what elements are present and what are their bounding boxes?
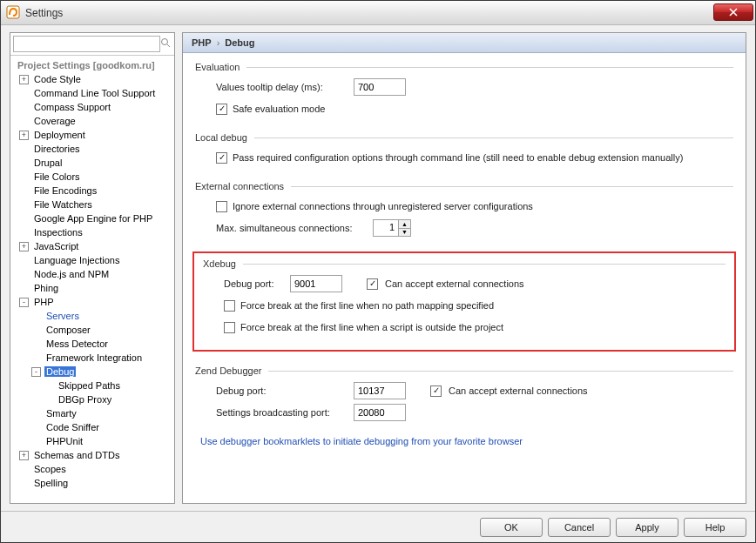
xdebug-break2-label: Force break at the first line when a scr…: [240, 322, 503, 332]
tree-item[interactable]: Google App Engine for PHP: [14, 211, 174, 225]
tree-item[interactable]: Composer: [14, 323, 174, 337]
xdebug-break2-checkbox[interactable]: [224, 322, 235, 333]
tree-item-label: Servers: [44, 311, 81, 321]
tree-header: Project Settings [goodkom.ru]: [14, 58, 174, 72]
section-local-debug: Local debug Pass required configuration …: [195, 132, 733, 167]
search-wrap: [10, 33, 174, 56]
xdebug-accept-label: Can accept external connections: [385, 278, 524, 289]
tree-item[interactable]: Scopes: [14, 462, 174, 476]
tree-item-label: Code Style: [32, 74, 83, 84]
pass-config-checkbox[interactable]: [216, 152, 227, 164]
spinner-down-icon[interactable]: ▼: [399, 229, 410, 237]
tree-item[interactable]: DBGp Proxy: [14, 392, 174, 406]
titlebar: Settings: [1, 1, 755, 25]
breadcrumb-sep-icon: ›: [217, 37, 220, 48]
tree-item-label: Node.js and NPM: [32, 269, 111, 279]
settings-window: Settings Project Settings [goodkom.ru] +…: [0, 0, 756, 543]
collapse-icon[interactable]: -: [19, 298, 29, 307]
tree-item-label: Framework Integration: [44, 352, 144, 363]
zend-broadcast-input[interactable]: [354, 404, 406, 421]
tree-item-label: Phing: [32, 283, 60, 293]
tree-spacer: [19, 214, 29, 224]
xdebug-accept-checkbox[interactable]: [367, 278, 378, 290]
dialog-footer: OK Cancel Apply Help: [1, 511, 755, 542]
tree-spacer: [44, 395, 53, 405]
ignore-ext-checkbox[interactable]: [216, 201, 227, 212]
tree-item-label: Smarty: [44, 408, 78, 419]
tree-item-label: PHP: [32, 297, 56, 307]
expand-icon[interactable]: +: [19, 451, 29, 460]
zend-accept-label: Can accept external connections: [449, 385, 588, 396]
tree-spacer: [31, 353, 41, 363]
tree-item-label: File Colors: [32, 171, 82, 182]
tree-item[interactable]: Spelling: [14, 476, 174, 490]
tree-item[interactable]: Compass Support: [14, 100, 174, 114]
tree-item[interactable]: Coverage: [14, 114, 174, 128]
bookmarklets-link[interactable]: Use debugger bookmarklets to initiate de…: [200, 436, 733, 446]
help-button[interactable]: Help: [684, 518, 746, 537]
max-conn-spinner[interactable]: 1 ▲ ▼: [373, 219, 411, 237]
section-evaluation: Evaluation Values tooltip delay (ms): Sa…: [195, 62, 733, 118]
tree-spacer: [19, 465, 29, 474]
breadcrumb-root[interactable]: PHP: [192, 37, 212, 48]
tree-item[interactable]: Phing: [14, 281, 174, 295]
tree-item[interactable]: +Code Style: [14, 72, 174, 86]
search-input[interactable]: [13, 36, 160, 52]
tree-item[interactable]: PHPUnit: [14, 434, 174, 448]
tree-item[interactable]: Command Line Tool Support: [14, 86, 174, 100]
section-title: Zend Debugger: [195, 365, 733, 376]
tree-item-label: Drupal: [32, 158, 64, 168]
breadcrumb-leaf: Debug: [225, 37, 254, 48]
tree-item[interactable]: File Encodings: [14, 184, 174, 198]
close-icon: [729, 8, 738, 17]
expand-icon[interactable]: +: [19, 242, 29, 251]
close-button[interactable]: [713, 3, 753, 21]
tree-spacer: [19, 270, 29, 279]
tree-item[interactable]: Skipped Paths: [14, 379, 174, 392]
tree-item[interactable]: File Colors: [14, 170, 174, 184]
tooltip-delay-input[interactable]: [354, 78, 406, 96]
zend-port-input[interactable]: [354, 382, 406, 399]
tree-item[interactable]: Language Injections: [14, 253, 174, 267]
tree-spacer: [19, 479, 29, 488]
cancel-button[interactable]: Cancel: [548, 518, 611, 537]
expand-icon[interactable]: +: [19, 75, 29, 84]
xdebug-port-input[interactable]: [290, 275, 342, 292]
tree-item-label: Spelling: [32, 478, 70, 488]
tree-item[interactable]: Drupal: [14, 156, 174, 170]
tree-spacer: [19, 256, 29, 265]
tree-item-label: Language Injections: [32, 255, 121, 265]
breadcrumb: PHP › Debug: [183, 33, 746, 53]
collapse-icon[interactable]: -: [31, 367, 41, 377]
ok-button[interactable]: OK: [480, 518, 543, 537]
spinner-up-icon[interactable]: ▲: [399, 220, 410, 229]
tree-item[interactable]: +Deployment: [14, 128, 174, 142]
tree-item[interactable]: +Schemas and DTDs: [14, 448, 174, 462]
search-clear-icon[interactable]: [160, 37, 171, 50]
tree-item[interactable]: -Debug: [14, 365, 174, 379]
tree-item[interactable]: Mess Detector: [14, 337, 174, 351]
xdebug-break1-checkbox[interactable]: [224, 300, 235, 312]
tree-item[interactable]: Directories: [14, 142, 174, 156]
expand-icon[interactable]: +: [19, 131, 29, 140]
settings-tree[interactable]: Project Settings [goodkom.ru] +Code Styl…: [10, 56, 174, 503]
tree-spacer: [31, 325, 41, 335]
tree-item-label: PHPUnit: [44, 436, 84, 446]
apply-button[interactable]: Apply: [616, 518, 678, 537]
tree-item[interactable]: Framework Integration: [14, 351, 174, 365]
safe-eval-checkbox[interactable]: [216, 104, 227, 115]
window-title: Settings: [25, 7, 63, 19]
tree-item[interactable]: File Watchers: [14, 198, 174, 211]
tree-item[interactable]: Code Sniffer: [14, 420, 174, 434]
content-area: Project Settings [goodkom.ru] +Code Styl…: [1, 25, 755, 511]
zend-accept-checkbox[interactable]: [430, 385, 442, 397]
tree-spacer: [19, 284, 29, 293]
max-conn-value[interactable]: 1: [374, 220, 398, 236]
tree-item[interactable]: Node.js and NPM: [14, 267, 174, 281]
tree-item[interactable]: +JavaScript: [14, 239, 174, 253]
tree-item[interactable]: Smarty: [14, 406, 174, 420]
tree-item[interactable]: Inspections: [14, 225, 174, 239]
tree-item[interactable]: Servers: [14, 309, 174, 323]
tree-item[interactable]: -PHP: [14, 295, 174, 309]
tree-spacer: [19, 228, 29, 238]
